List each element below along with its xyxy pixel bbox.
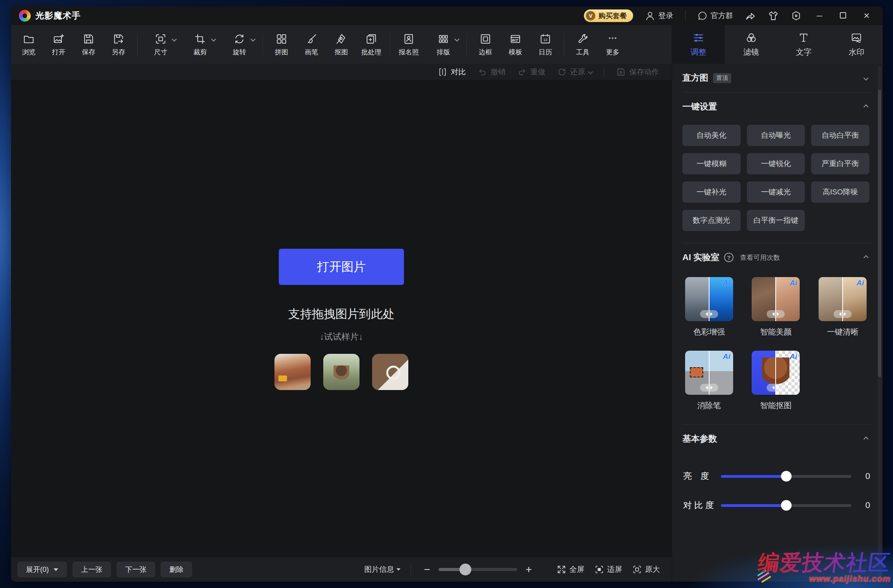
- fullscreen-button[interactable]: 全屏: [557, 564, 584, 575]
- theme-skin-icon[interactable]: [768, 10, 779, 21]
- undo-button[interactable]: 撤销: [478, 67, 506, 77]
- image-info-dropdown[interactable]: 图片信息: [364, 564, 400, 575]
- panel-scrollbar[interactable]: [878, 66, 882, 579]
- chevron-up-icon[interactable]: [863, 104, 869, 109]
- auto-exposure-button[interactable]: 自动曝光: [747, 125, 805, 146]
- toolbar-batch[interactable]: 批处理: [357, 32, 386, 57]
- zoom-out-button[interactable]: −: [421, 564, 433, 576]
- save-action-button[interactable]: 保存动作: [616, 67, 659, 77]
- contrast-slider-knob[interactable]: [781, 500, 791, 511]
- chevron-up-icon[interactable]: [863, 436, 869, 442]
- ai-one-key-clarity[interactable]: Ai 一键清晰: [817, 277, 869, 337]
- drag-drop-hint: 支持拖拽图片到此处: [274, 306, 408, 322]
- sample-image-desk[interactable]: [372, 354, 408, 390]
- compare-icon: [438, 67, 447, 77]
- expand-list-button[interactable]: 展开(0): [17, 562, 67, 577]
- toolbar-save[interactable]: 保存: [74, 32, 103, 57]
- toolbar-rotate[interactable]: 旋转: [220, 32, 259, 57]
- panel-scrollbar-thumb[interactable]: [878, 90, 881, 377]
- delete-image-button[interactable]: 删除: [161, 562, 192, 577]
- tab-adjust[interactable]: 调整: [672, 25, 725, 64]
- ai-eraser-pen[interactable]: Ai 消除笔: [683, 351, 735, 411]
- ai-color-enhance[interactable]: Ai 色彩增强: [683, 277, 735, 337]
- official-group-button[interactable]: 官方群: [697, 11, 733, 21]
- panel-content: 直方图 置顶 一键设置 自动美化 自动曝光 自动白平衡 一键模糊 一键锐化: [672, 64, 883, 582]
- zoom-in-button[interactable]: +: [523, 564, 535, 576]
- toolbar-open[interactable]: 打开: [44, 32, 73, 57]
- next-image-button[interactable]: 下一张: [117, 562, 155, 577]
- high-iso-denoise-button[interactable]: 高ISO降噪: [811, 181, 869, 203]
- chevron-down-icon[interactable]: [588, 69, 593, 74]
- auto-white-balance-button[interactable]: 自动白平衡: [811, 125, 869, 146]
- ai-smart-beauty[interactable]: Ai 智能美颜: [750, 277, 802, 337]
- auto-beautify-button[interactable]: 自动美化: [682, 125, 741, 146]
- toolbar-brush[interactable]: 画笔: [297, 32, 326, 57]
- chevron-down-icon[interactable]: [863, 76, 869, 81]
- undo-icon: [478, 67, 487, 77]
- oneclick-dim-light-button[interactable]: 一键减光: [747, 181, 805, 203]
- tab-text[interactable]: 文字: [778, 25, 830, 64]
- toolbar-template[interactable]: 模板: [501, 32, 530, 57]
- toolbar-collage[interactable]: 拼图: [267, 32, 296, 57]
- chevron-down-icon[interactable]: [454, 37, 459, 42]
- zoom-slider-knob[interactable]: [459, 564, 471, 575]
- toolbar-browse[interactable]: 浏览: [14, 32, 43, 57]
- brightness-slider-knob[interactable]: [781, 471, 791, 482]
- toolbar-save-as[interactable]: 另存: [104, 32, 133, 57]
- actionbar-separator: [604, 67, 604, 77]
- chevron-down-icon[interactable]: [211, 37, 216, 42]
- severe-white-balance-button[interactable]: 严重白平衡: [811, 153, 869, 174]
- toolbar-crop[interactable]: 裁剪: [181, 32, 219, 57]
- pin-top-badge[interactable]: 置顶: [713, 73, 731, 83]
- brush-icon: [306, 33, 317, 45]
- contrast-slider[interactable]: [721, 504, 851, 507]
- digital-spot-metering-button[interactable]: 数字点测光: [682, 210, 741, 231]
- tab-watermark[interactable]: 水印: [830, 25, 883, 64]
- restore-button[interactable]: 还原: [557, 67, 592, 77]
- help-icon[interactable]: ?: [724, 253, 734, 262]
- toolbar-layout[interactable]: 排版: [424, 32, 463, 57]
- login-button[interactable]: 登录: [645, 11, 673, 21]
- toolbar-resize[interactable]: 尺寸: [141, 32, 180, 57]
- minimize-button[interactable]: ─: [813, 11, 825, 20]
- usage-link[interactable]: 查看可用次数: [740, 253, 780, 262]
- ai-color-enhance-thumbnail: Ai: [685, 277, 733, 321]
- buy-plan-button[interactable]: V 购买套餐: [584, 9, 633, 22]
- toolbar-cutout[interactable]: 抠图: [327, 32, 356, 57]
- restore-icon: [557, 67, 567, 77]
- chevron-down-icon[interactable]: [250, 37, 256, 42]
- settings-icon[interactable]: [791, 10, 802, 21]
- redo-button[interactable]: 重做: [517, 67, 545, 77]
- open-image-button[interactable]: 打开图片: [279, 249, 404, 285]
- oneclick-sharpen-button[interactable]: 一键锐化: [747, 153, 805, 174]
- ellipsis-icon: [607, 33, 619, 45]
- ai-lab-section-header[interactable]: AI 实验室 ? 查看可用次数: [682, 243, 872, 272]
- fit-screen-button[interactable]: 适屏: [595, 564, 622, 575]
- basic-params-section-header[interactable]: 基本参数: [682, 425, 872, 453]
- toolbar-separator: [137, 33, 137, 56]
- white-balance-one-key-button[interactable]: 白平衡一指键: [747, 210, 805, 231]
- oneclick-fill-light-button[interactable]: 一键补光: [682, 181, 741, 203]
- chevron-up-icon[interactable]: [863, 255, 869, 260]
- sample-image-desert[interactable]: [274, 354, 311, 390]
- toolbar-calendar[interactable]: 12 日历: [531, 32, 560, 57]
- toolbar-tools[interactable]: 工具: [568, 32, 597, 57]
- chevron-down-icon[interactable]: [172, 37, 177, 42]
- histogram-section-header[interactable]: 直方图 置顶: [682, 64, 872, 92]
- share-icon[interactable]: [745, 10, 756, 21]
- sample-image-portrait[interactable]: [323, 354, 359, 390]
- close-button[interactable]: ✕: [861, 11, 873, 20]
- brightness-slider[interactable]: [721, 475, 851, 478]
- actual-size-button[interactable]: 原大: [632, 564, 660, 575]
- toolbar-frame[interactable]: 边框: [471, 32, 500, 57]
- tab-filters[interactable]: 滤镜: [725, 25, 778, 64]
- oneclick-section-header[interactable]: 一键设置: [682, 92, 872, 121]
- toolbar-id-photo[interactable]: 报名照: [394, 32, 423, 57]
- oneclick-blur-button[interactable]: 一键模糊: [682, 153, 741, 174]
- compare-button[interactable]: 对比: [438, 67, 466, 77]
- toolbar-more[interactable]: 更多: [598, 32, 627, 57]
- ai-smart-cutout[interactable]: Ai 智能抠图: [750, 351, 802, 411]
- zoom-slider[interactable]: [439, 568, 517, 571]
- maximize-button[interactable]: [837, 11, 849, 20]
- prev-image-button[interactable]: 上一张: [72, 562, 111, 577]
